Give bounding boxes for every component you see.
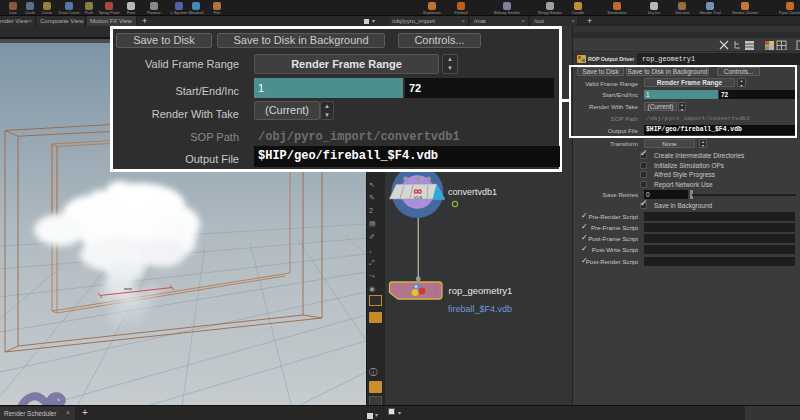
svg-text:convertvdb1: convertvdb1 (448, 187, 497, 197)
svg-text:VDB: VDB (414, 195, 423, 200)
svg-text:rop_geometry1: rop_geometry1 (449, 285, 513, 296)
svg-text:fireball_$F4.vdb: fireball_$F4.vdb (448, 304, 512, 314)
